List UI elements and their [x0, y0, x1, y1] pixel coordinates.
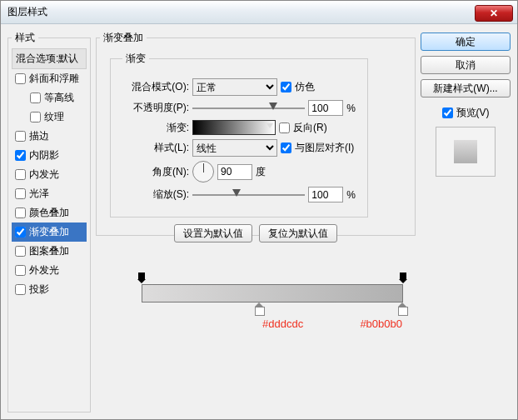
style-texture-check[interactable]	[30, 112, 41, 122]
style-select[interactable]: 线性	[192, 139, 277, 157]
gradient-swatch[interactable]	[192, 120, 276, 135]
style-drop-shadow[interactable]: 投影	[12, 280, 87, 299]
style-contour-check[interactable]	[30, 92, 41, 103]
gradient-overlay-legend: 渐变叠加	[100, 31, 147, 45]
style-pattern-overlay-check[interactable]	[15, 246, 26, 257]
angle-unit: 度	[256, 165, 266, 179]
style-outer-glow-check[interactable]	[15, 265, 26, 276]
reverse-check[interactable]	[279, 122, 290, 133]
style-gradient-overlay[interactable]: 渐变叠加	[12, 222, 87, 242]
new-style-button[interactable]: 新建样式(W)...	[421, 79, 511, 98]
style-inner-shadow-check[interactable]	[15, 150, 26, 161]
ok-button[interactable]: 确定	[421, 32, 511, 51]
titlebar[interactable]: 图层样式 ✕	[1, 1, 517, 24]
default-buttons: 设置为默认值 复位为默认值	[100, 224, 411, 242]
dither-check[interactable]	[281, 82, 291, 92]
dither-label: 仿色	[295, 80, 315, 94]
scale-label: 缩放(S):	[122, 188, 189, 202]
gradient-bar[interactable]	[142, 284, 403, 302]
style-inner-shadow[interactable]: 内阴影	[12, 146, 87, 165]
styles-group: 样式 混合选项:默认 斜面和浮雕 等高线 纹理 描边 内阴影 内发光 光泽 颜色…	[7, 31, 91, 412]
make-default-button[interactable]: 设置为默认值	[174, 224, 252, 242]
style-stroke-check[interactable]	[15, 131, 26, 142]
style-texture[interactable]: 纹理	[12, 108, 87, 127]
style-color-overlay-check[interactable]	[15, 208, 26, 218]
gradient-inner-legend: 渐变	[122, 52, 149, 66]
opacity-label: 不透明度(P):	[122, 101, 189, 115]
reset-default-button[interactable]: 复位为默认值	[259, 224, 337, 242]
style-bevel-check[interactable]	[15, 73, 26, 84]
style-gradient-overlay-check[interactable]	[15, 227, 26, 238]
preview-check[interactable]	[442, 108, 453, 118]
preview-row: 预览(V)	[421, 106, 511, 120]
window-title: 图层样式	[7, 5, 475, 19]
blend-options-header[interactable]: 混合选项:默认	[12, 48, 87, 69]
style-bevel[interactable]: 斜面和浮雕	[12, 69, 87, 88]
row-gradient: 渐变: 反向(R)	[122, 120, 356, 135]
opacity-pct: %	[346, 102, 356, 114]
styles-list: 混合选项:默认 斜面和浮雕 等高线 纹理 描边 内阴影 内发光 光泽 颜色叠加 …	[12, 48, 87, 299]
style-stroke[interactable]: 描边	[12, 127, 87, 146]
opacity-stop-left[interactable]	[137, 272, 146, 282]
style-drop-shadow-check[interactable]	[15, 284, 26, 295]
align-check[interactable]	[281, 142, 291, 153]
style-inner-glow-check[interactable]	[15, 169, 26, 180]
style-pattern-overlay[interactable]: 图案叠加	[12, 242, 87, 261]
angle-input[interactable]	[217, 164, 252, 180]
reverse-label: 反向(R)	[293, 121, 327, 135]
opacity-slider[interactable]	[192, 101, 305, 116]
close-icon: ✕	[490, 8, 498, 19]
style-outer-glow[interactable]: 外发光	[12, 261, 87, 280]
angle-dial[interactable]	[192, 161, 214, 182]
row-opacity: 不透明度(P): %	[122, 100, 356, 116]
row-scale: 缩放(S): %	[122, 187, 356, 202]
preview-swatch	[454, 140, 477, 163]
blend-mode-select[interactable]: 正常	[192, 78, 277, 96]
cancel-button[interactable]: 取消	[421, 56, 511, 74]
scale-input[interactable]	[308, 187, 343, 202]
color-stop-left[interactable]	[254, 302, 264, 314]
opacity-input[interactable]	[308, 100, 343, 116]
dialog-body: 样式 混合选项:默认 斜面和浮雕 等高线 纹理 描边 内阴影 内发光 光泽 颜色…	[1, 24, 517, 419]
scale-slider[interactable]	[192, 188, 305, 202]
align-label: 与图层对齐(I)	[295, 141, 354, 155]
row-blend: 混合模式(O): 正常 仿色	[122, 78, 356, 96]
style-inner-glow[interactable]: 内发光	[12, 165, 87, 184]
row-style: 样式(L): 线性 与图层对齐(I)	[122, 139, 356, 157]
hex-right: #b0b0b0	[360, 318, 402, 330]
close-button[interactable]: ✕	[475, 5, 513, 22]
hex-left: #dddcdc	[262, 318, 303, 330]
preview-box	[436, 127, 496, 177]
row-angle: 角度(N): 度	[122, 161, 356, 182]
gradient-overlay-group: 渐变叠加 渐变 混合模式(O): 正常 仿色 不透明度(P):	[96, 31, 416, 236]
color-stop-right[interactable]	[397, 302, 407, 314]
main-column: 渐变叠加 渐变 混合模式(O): 正常 仿色 不透明度(P):	[96, 31, 416, 412]
blend-mode-label: 混合模式(O):	[122, 80, 189, 94]
preview-label: 预览(V)	[456, 106, 490, 120]
style-satin-check[interactable]	[15, 188, 26, 199]
layer-style-dialog: 图层样式 ✕ 样式 混合选项:默认 斜面和浮雕 等高线 纹理 描边 内阴影 内发…	[0, 0, 518, 420]
gradient-inner-group: 渐变 混合模式(O): 正常 仿色 不透明度(P): %	[110, 52, 368, 218]
angle-label: 角度(N):	[122, 165, 189, 179]
style-label: 样式(L):	[122, 141, 189, 155]
opacity-stop-right[interactable]	[399, 272, 407, 282]
right-column: 确定 取消 新建样式(W)... 预览(V)	[421, 31, 511, 412]
styles-legend: 样式	[12, 31, 38, 45]
style-satin[interactable]: 光泽	[12, 184, 87, 203]
style-color-overlay[interactable]: 颜色叠加	[12, 203, 87, 222]
scale-pct: %	[346, 189, 356, 201]
style-contour[interactable]: 等高线	[12, 88, 87, 108]
gradient-label: 渐变:	[122, 121, 189, 135]
